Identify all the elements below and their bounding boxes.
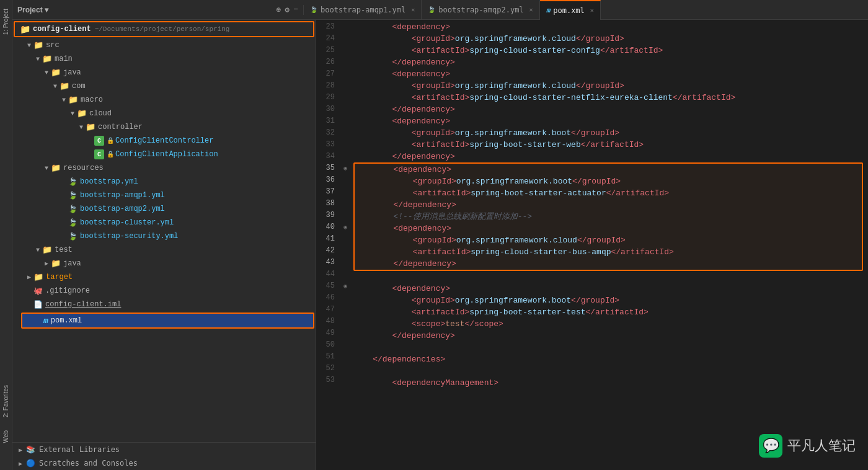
tree-label-cloud: cloud — [89, 109, 112, 118]
git-file-icon: 🐙 — [33, 286, 43, 296]
pom-icon: m — [546, 6, 551, 14]
code-line-37: <artifactId>spring-boot-starter-actuator… — [355, 187, 862, 199]
code-line-28: <groupId>org.springframework.cloud</grou… — [353, 80, 868, 92]
tree-label-test-java: java — [63, 259, 81, 268]
code-line-53: <dependencyManagement> — [353, 377, 868, 389]
tree-label-target: target — [46, 273, 73, 282]
project-panel-label[interactable]: 1: Project — [2, 9, 9, 35]
tree-item-bootstrap-yml[interactable]: 🍃 bootstrap.yml — [12, 175, 316, 188]
tree-label-iml: config-client.iml — [45, 300, 121, 309]
code-line-33: <artifactId>spring-boot-starter-web</art… — [353, 139, 868, 151]
tree-item-java[interactable]: ▼ 📁 java — [12, 66, 316, 79]
folder-icon-target: 📁 — [33, 272, 43, 282]
code-line-27: <dependency> — [353, 68, 868, 80]
web-panel-label[interactable]: Web — [2, 430, 9, 443]
folder-icon-root: 📁 — [20, 24, 30, 35]
yml-icon-2: 🍃 — [428, 6, 435, 13]
tree-label-amqp1: bootstrap-amqp1.yml — [80, 191, 165, 200]
tree-label-src: src — [46, 41, 60, 50]
project-sidebar: 📁 config-client ~/Documents/project/pers… — [12, 20, 316, 470]
tree-label-config-application: ConfigClientApplication — [115, 150, 218, 159]
tree-label-security: bootstrap-security.yml — [80, 232, 178, 241]
code-line-49: </dependency> — [353, 330, 868, 342]
tree-label-com: com — [72, 82, 86, 91]
yml-file-icon-4: 🍃 — [68, 218, 78, 228]
code-area[interactable]: <dependency> <groupId>org.springframewor… — [351, 20, 868, 470]
project-toolbar-label: Project ▾ — [17, 6, 48, 14]
tree-label-gitignore: .gitignore — [45, 286, 90, 295]
tree-item-test-java[interactable]: ▶ 📁 java — [12, 257, 316, 270]
tree-item-cluster[interactable]: 🍃 bootstrap-cluster.yml — [12, 216, 316, 229]
folder-icon-test: 📁 — [42, 245, 52, 255]
tree-item-amqp2[interactable]: 🍃 bootstrap-amqp2.yml — [12, 202, 316, 216]
code-line-47: <artifactId>spring-boot-starter-test</ar… — [353, 306, 868, 318]
code-line-31: <dependency> — [353, 115, 868, 127]
code-line-44 — [353, 271, 868, 283]
tab-label-2: bootstrap-amqp2.yml — [438, 6, 523, 14]
tree-item-iml[interactable]: 📄 config-client.iml — [12, 298, 316, 311]
pom-file-icon: m — [43, 316, 48, 326]
minimize-icon[interactable]: − — [293, 5, 298, 14]
tree-item-com[interactable]: ▼ 📁 com — [12, 79, 316, 93]
editor-panel: 23242526 27282930 31323334 35363738 3940… — [316, 20, 868, 470]
highlighted-dependency-block: <dependency> <groupId>org.springframewor… — [353, 162, 863, 271]
tab-bar: Project ▾ ⊕ ⚙ − 🍃 bootstrap-amqp1.yml ✕ … — [12, 0, 868, 20]
favorites-panel-label[interactable]: 2: Favorites — [2, 385, 9, 417]
folder-icon-com: 📁 — [60, 81, 69, 91]
tree-item-config-controller[interactable]: C 🔒 ConfigClientController — [12, 134, 316, 148]
expand-icon-libs: ▶ — [19, 446, 22, 453]
folder-icon-resources: 📁 — [51, 163, 61, 173]
yml-file-icon-5: 🍃 — [68, 232, 78, 241]
tree-item-test[interactable]: ▼ 📁 test — [12, 243, 316, 257]
tree-item-controller[interactable]: ▼ 📁 controller — [12, 120, 316, 134]
tab-bootstrap-amqp1[interactable]: 🍃 bootstrap-amqp1.yml ✕ — [304, 0, 422, 20]
tree-item-macro[interactable]: ▼ 📁 macro — [12, 93, 316, 107]
code-line-23: <dependency> — [353, 21, 868, 33]
tab-bootstrap-amqp2[interactable]: 🍃 bootstrap-amqp2.yml ✕ — [422, 0, 539, 20]
code-line-45: <dependency> — [353, 283, 868, 295]
close-tab-pom[interactable]: ✕ — [590, 7, 594, 14]
root-path: ~/Documents/project/person/spring — [95, 25, 230, 33]
folder-icon-controller: 📁 — [86, 122, 95, 132]
folder-icon-macro: 📁 — [68, 95, 78, 105]
tree-label-resources: resources — [63, 164, 104, 172]
code-line-46: <groupId>org.springframework.boot</group… — [353, 295, 868, 306]
tree-label-java: java — [63, 68, 81, 77]
expand-icon-scratch: ▶ — [19, 460, 22, 467]
code-line-35: <dependency> — [355, 164, 862, 175]
code-line-52 — [353, 365, 868, 377]
external-libraries-item[interactable]: ▶ 📚 External Libraries — [12, 443, 316, 456]
tree-root-config-client[interactable]: 📁 config-client ~/Documents/project/pers… — [14, 21, 314, 37]
left-panel-labels: 1: Project 2: Favorites Web — [0, 0, 12, 470]
tree-item-gitignore[interactable]: 🐙 .gitignore — [12, 284, 316, 298]
tree-item-amqp1[interactable]: 🍃 bootstrap-amqp1.yml — [12, 188, 316, 202]
tab-pom-xml[interactable]: m pom.xml ✕ — [540, 0, 601, 20]
tree-item-target[interactable]: ▶ 📁 target — [12, 270, 316, 284]
tree-label-amqp2: bootstrap-amqp2.yml — [80, 205, 165, 213]
code-line-43: </dependency> — [355, 258, 862, 270]
tree-item-resources[interactable]: ▼ 📁 resources — [12, 161, 316, 175]
code-line-26: </dependency> — [353, 56, 868, 68]
tree-label-main: main — [55, 55, 73, 63]
code-line-51: </dependencies> — [353, 353, 868, 365]
tree-item-pom[interactable]: m pom.xml — [21, 313, 314, 329]
locate-icon[interactable]: ⊕ — [277, 5, 281, 15]
tree-label-bootstrap: bootstrap.yml — [80, 177, 138, 186]
folder-icon-cloud: 📁 — [77, 109, 87, 118]
tree-item-main[interactable]: ▼ 📁 main — [12, 52, 316, 66]
code-line-29: <artifactId>spring-cloud-starter-netflix… — [353, 92, 868, 104]
folder-icon-src: 📁 — [33, 40, 43, 50]
tree-item-src[interactable]: ▼ 📁 src — [12, 38, 316, 52]
tree-item-cloud[interactable]: ▼ 📁 cloud — [12, 107, 316, 120]
yml-file-icon-1: 🍃 — [68, 177, 78, 187]
scratches-consoles-item[interactable]: ▶ 🔵 Scratches and Consoles — [12, 456, 316, 470]
root-name: config-client — [33, 25, 91, 33]
code-line-24: <groupId>org.springframework.cloud</grou… — [353, 33, 868, 45]
yml-icon-1: 🍃 — [310, 6, 317, 13]
tree-item-security[interactable]: 🍃 bootstrap-security.yml — [12, 229, 316, 243]
settings-icon[interactable]: ⚙ — [285, 5, 290, 15]
code-line-34: </dependency> — [353, 151, 868, 162]
close-tab-2[interactable]: ✕ — [529, 6, 533, 13]
close-tab-1[interactable]: ✕ — [411, 6, 415, 13]
tree-item-config-application[interactable]: C 🔒 ConfigClientApplication — [12, 148, 316, 161]
